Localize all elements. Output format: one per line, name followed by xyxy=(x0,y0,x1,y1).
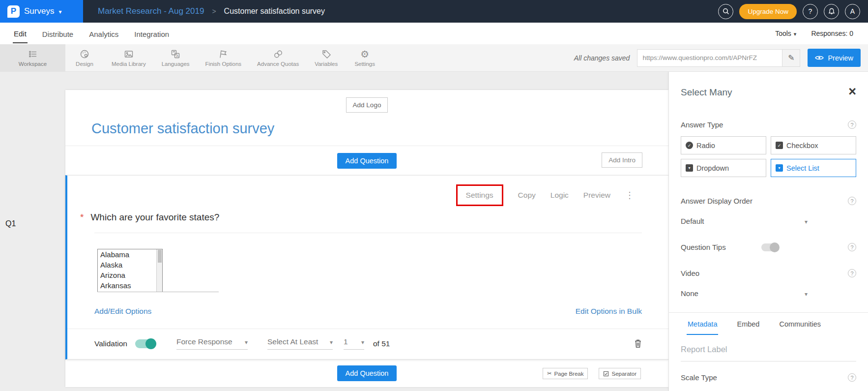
list-item[interactable]: Arkansas xyxy=(98,280,162,291)
tab-integration[interactable]: Integration xyxy=(133,24,170,43)
toolbar-item-advance-quotas[interactable]: Advance Quotas xyxy=(249,44,307,71)
notifications-button[interactable] xyxy=(824,4,839,19)
answer-type-dropdown-button[interactable]: Dropdown xyxy=(681,159,766,177)
answer-type-checkbox-button[interactable]: Checkbox xyxy=(771,136,856,154)
toolbar-item-media-library[interactable]: Media Library xyxy=(104,44,154,71)
breadcrumb-separator: > xyxy=(212,7,216,15)
help-icon[interactable] xyxy=(848,197,856,205)
add-logo-button[interactable]: Add Logo xyxy=(346,97,388,113)
validation-rule-dropdown[interactable]: Force Response xyxy=(176,337,248,350)
more-options-icon[interactable] xyxy=(625,190,634,201)
toolbar-item-languages[interactable]: A Languages xyxy=(154,44,198,71)
video-label: Video xyxy=(681,269,699,277)
tab-embed[interactable]: Embed xyxy=(736,313,760,335)
toolbar-item-variables[interactable]: Variables xyxy=(307,44,346,71)
media-library-icon xyxy=(123,49,134,60)
help-icon[interactable] xyxy=(848,120,856,129)
preview-button[interactable]: Preview xyxy=(808,49,861,67)
list-item[interactable]: Arizona xyxy=(98,270,162,280)
help-icon[interactable] xyxy=(848,269,856,277)
preview-label: Preview xyxy=(828,54,853,62)
tab-analytics[interactable]: Analytics xyxy=(88,24,119,43)
answer-type-label: Answer Type xyxy=(681,120,723,129)
breadcrumb-parent-link[interactable]: Market Research - Aug 2019 xyxy=(98,6,204,16)
nav-right: Tools Responses: 0 xyxy=(775,30,862,37)
delete-question-button[interactable] xyxy=(634,339,642,348)
dropdown-caret-icon xyxy=(686,164,693,172)
chevron-down-icon xyxy=(805,289,808,298)
listbox-scrollbar[interactable] xyxy=(156,249,162,292)
help-button[interactable]: ? xyxy=(803,4,818,19)
tab-edit[interactable]: Edit xyxy=(13,24,28,43)
answer-type-radio-button[interactable]: Radio xyxy=(681,136,766,154)
tab-communities[interactable]: Communities xyxy=(778,313,822,335)
add-question-row: Add Question Add Intro xyxy=(65,146,668,175)
tools-menu[interactable]: Tools xyxy=(775,30,796,37)
add-question-button[interactable]: Add Question xyxy=(337,153,397,169)
toolbar-item-workspace[interactable]: Workspace xyxy=(0,44,65,71)
question-logic-action[interactable]: Logic xyxy=(550,191,569,200)
validation-condition-dropdown[interactable]: Select At Least xyxy=(267,337,333,350)
tools-label: Tools xyxy=(775,30,791,37)
search-button[interactable] xyxy=(718,4,733,19)
report-label-input[interactable] xyxy=(681,343,856,361)
question-underline xyxy=(94,233,642,233)
answer-type-option-label: Radio xyxy=(696,142,715,150)
survey-url-field xyxy=(637,49,800,67)
answer-listbox[interactable]: Alabama Alaska Arizona Arkansas xyxy=(97,249,163,292)
main-nav: Edit Distribute Analytics Integration To… xyxy=(0,23,868,44)
advance-quotas-icon xyxy=(273,49,284,60)
help-icon[interactable] xyxy=(848,373,856,382)
avatar[interactable]: A xyxy=(845,4,860,19)
toolbar-item-design[interactable]: Design xyxy=(65,44,104,71)
separator-button[interactable]: Separator xyxy=(599,368,641,379)
question-preview-action[interactable]: Preview xyxy=(583,191,610,200)
list-item[interactable]: Alaska xyxy=(98,260,162,270)
questionpro-logo: P xyxy=(7,5,20,18)
toolbar-item-label: Settings xyxy=(354,61,375,67)
help-icon[interactable] xyxy=(848,243,856,251)
design-icon xyxy=(79,49,90,60)
validation-count-dropdown[interactable]: 1 xyxy=(344,337,364,350)
question-card: Settings Copy Logic Preview * Which are … xyxy=(65,175,668,360)
answer-type-grid: Radio Checkbox Dropdown Select List xyxy=(681,136,856,177)
panel-tabs: Metadata Embed Communities xyxy=(681,313,856,335)
survey-url-input[interactable] xyxy=(637,50,782,66)
answer-type-select-list-button[interactable]: Select List xyxy=(771,159,856,177)
question-text[interactable]: Which are your favorite states? xyxy=(90,212,219,223)
validation-of-label: of 51 xyxy=(373,339,390,348)
toolbar-item-finish-options[interactable]: Finish Options xyxy=(198,44,250,71)
page-break-button[interactable]: Page Break xyxy=(543,368,588,379)
answer-display-order-dropdown[interactable]: Default xyxy=(681,217,808,225)
add-edit-options-link[interactable]: Add/Edit Options xyxy=(94,307,151,316)
video-dropdown[interactable]: None xyxy=(681,289,808,298)
tab-metadata[interactable]: Metadata xyxy=(687,313,718,335)
search-icon xyxy=(722,7,730,15)
options-links-row: Add/Edit Options Edit Options in Bulk xyxy=(94,307,642,316)
toolbar-item-label: Design xyxy=(76,61,93,67)
close-icon[interactable] xyxy=(848,87,856,98)
surveys-menu-button[interactable]: P Surveys xyxy=(0,0,83,23)
validation-label: Validation xyxy=(94,339,127,348)
question-tips-toggle[interactable] xyxy=(761,243,779,251)
add-question-button-bottom[interactable]: Add Question xyxy=(337,365,397,381)
question-settings-action[interactable]: Settings xyxy=(456,184,503,206)
question-copy-action[interactable]: Copy xyxy=(518,191,536,200)
languages-icon: A xyxy=(170,49,181,60)
edit-options-bulk-link[interactable]: Edit Options in Bulk xyxy=(576,307,642,316)
answer-type-option-label: Dropdown xyxy=(696,164,729,172)
upgrade-now-button[interactable]: Upgrade Now xyxy=(739,4,797,19)
survey-title[interactable]: Customer satisfaction survey xyxy=(91,120,668,137)
scrollbar-thumb[interactable] xyxy=(158,250,162,263)
edit-url-button[interactable] xyxy=(782,50,800,66)
question-text-row: * Which are your favorite states? xyxy=(80,212,668,223)
finish-options-icon xyxy=(218,49,229,60)
breadcrumb-current: Customer satisfaction survey xyxy=(224,7,325,16)
add-intro-button[interactable]: Add Intro xyxy=(602,152,642,168)
question-tips-row: Question Tips xyxy=(681,243,856,251)
toolbar-item-settings[interactable]: ⚙ Settings xyxy=(346,44,384,71)
tab-distribute[interactable]: Distribute xyxy=(41,24,74,43)
validation-count-value: 1 xyxy=(344,337,348,346)
list-item[interactable]: Alabama xyxy=(98,249,162,260)
validation-toggle[interactable] xyxy=(135,339,156,348)
